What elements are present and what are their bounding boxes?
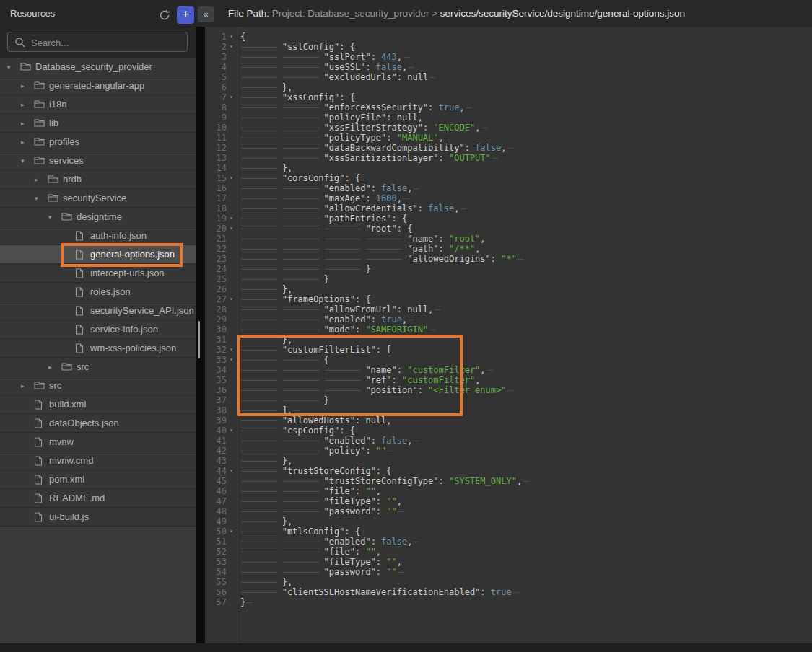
code-line[interactable]: 8"enforceXssSecurity": true, (205, 102, 531, 113)
fold-arrow-icon[interactable]: ▾ (227, 42, 236, 52)
code-line[interactable]: 32▾"customFilterList": [ (205, 345, 531, 355)
code-line[interactable]: 5"excludedUrls": null (205, 72, 531, 82)
code-line[interactable]: 39"allowedHosts": null, (205, 415, 531, 426)
fold-arrow-icon[interactable]: ▾ (227, 426, 236, 436)
fold-arrow-icon[interactable]: ▾ (227, 173, 236, 183)
code-line[interactable]: 4"useSSL": false, (205, 62, 531, 72)
chevron-down-icon[interactable]: ▾ (21, 157, 34, 164)
code-line[interactable]: 26}, (205, 284, 531, 294)
fold-arrow-icon[interactable]: ▾ (227, 92, 236, 102)
chevron-down-icon[interactable]: ▾ (7, 63, 20, 71)
fold-arrow-icon[interactable]: ▾ (227, 294, 236, 304)
tree-item-i18n[interactable]: ▸i18n (0, 95, 196, 114)
code-line[interactable]: 17"maxAge": 1600, (205, 193, 531, 203)
refresh-button[interactable] (157, 8, 172, 22)
code-line[interactable]: 14}, (205, 163, 531, 173)
chevron-right-icon[interactable]: ▸ (21, 138, 34, 146)
tree-item-auth-info-json[interactable]: auth-info.json (0, 226, 196, 245)
tree-item-service-info-json[interactable]: service-info.json (0, 320, 196, 339)
code-line[interactable]: 50▾"mtlsConfig": { (205, 527, 531, 537)
fold-arrow-icon[interactable]: ▾ (227, 345, 236, 355)
tree-item-mvnw-cmd[interactable]: mvnw.cmd (0, 451, 196, 470)
tree-item-build-xml[interactable]: build.xml (0, 395, 196, 414)
code-editor[interactable]: 1▾{2▾"sslConfig": {3"sslPort": 443,4"use… (205, 27, 812, 643)
chevron-right-icon[interactable]: ▸ (35, 176, 48, 183)
tree-item-generated-angular-app[interactable]: ▸generated-angular-app (0, 76, 196, 95)
code-line[interactable]: 45"trustStoreConfigType": "SYSTEM_ONLY", (205, 476, 531, 486)
code-line[interactable]: 44▾"trustStoreConfig": { (205, 466, 531, 476)
tree-item-securityservice[interactable]: ▾securityService (0, 189, 196, 208)
tree-item-general-options-json[interactable]: general-options.json (0, 245, 196, 264)
code-line[interactable]: 29"enabled": true, (205, 314, 531, 325)
chevron-down-icon[interactable]: ▾ (48, 213, 61, 221)
chevron-right-icon[interactable]: ▸ (21, 101, 34, 108)
code-line[interactable]: 35"ref": "customFilter", (205, 375, 531, 385)
code-line[interactable]: 31}, (205, 335, 531, 345)
fold-arrow-icon[interactable]: ▾ (227, 527, 236, 537)
code-line[interactable]: 56"clientSSLHostNameVerificationEnabled"… (205, 587, 531, 597)
code-line[interactable]: 51"enabled": false, (205, 537, 531, 547)
tree-item-dataobjects-json[interactable]: dataObjects.json (0, 414, 196, 433)
code-line[interactable]: 23"allowedOrigins": "*" (205, 254, 531, 264)
code-line[interactable]: 21"name": "root", (205, 234, 531, 244)
chevron-right-icon[interactable]: ▸ (21, 82, 34, 89)
code-line[interactable]: 54"password": "" (205, 567, 531, 577)
code-line[interactable]: 9"policyFile": null, (205, 113, 531, 123)
tree-item-lib[interactable]: ▸lib (0, 114, 196, 133)
code-line[interactable]: 13"xssSanitizationLayer": "OUTPUT" (205, 153, 531, 163)
code-line[interactable]: 33▾{ (205, 355, 531, 365)
code-line[interactable]: 15▾"corsConfig": { (205, 173, 531, 183)
tree-item-intercept-urls-json[interactable]: intercept-urls.json (0, 264, 196, 283)
code-line[interactable]: 34"name": "customFilter", (205, 365, 531, 375)
tree-item-src[interactable]: ▸src (0, 376, 196, 395)
code-line[interactable]: 24} (205, 264, 531, 274)
tree-item-securityservice-api-json[interactable]: securityService_API.json (0, 301, 196, 320)
code-line[interactable]: 49}, (205, 516, 531, 527)
tree-item-roles-json[interactable]: roles.json (0, 283, 196, 301)
chevron-right-icon[interactable]: ▸ (21, 382, 34, 389)
code-line[interactable]: 36"position": "<Filter enum>" (205, 385, 531, 395)
collapse-panel-button[interactable]: « (198, 6, 214, 22)
tree-item-designtime[interactable]: ▾designtime (0, 208, 196, 226)
code-line[interactable]: 16"enabled": false, (205, 183, 531, 193)
search-input[interactable] (30, 32, 184, 53)
tree-item-src[interactable]: ▸src (0, 358, 196, 376)
code-line[interactable]: 10"xssFilterStrategy": "ENCODE", (205, 123, 531, 133)
code-line[interactable]: 37} (205, 395, 531, 405)
code-line[interactable]: 1▾{ (205, 32, 531, 42)
tree-item-readme-md[interactable]: README.md (0, 489, 196, 508)
code-line[interactable]: 25} (205, 274, 531, 284)
code-line[interactable]: 27▾"frameOptions": { (205, 294, 531, 304)
tree-item-ui-build-js[interactable]: ui-build.js (0, 508, 196, 527)
code-line[interactable]: 28"allowFromUrl": null, (205, 304, 531, 314)
tree-scrollbar-thumb[interactable] (198, 321, 200, 358)
code-line[interactable]: 42"policy": "" (205, 446, 531, 456)
code-line[interactable]: 53"fileType": "", (205, 557, 531, 567)
code-line[interactable]: 55}, (205, 577, 531, 587)
tree-item-pom-xml[interactable]: pom.xml (0, 470, 196, 489)
tree-item-services[interactable]: ▾services (0, 151, 196, 170)
code-line[interactable]: 6}, (205, 82, 531, 92)
code-line[interactable]: 48"password": "" (205, 506, 531, 516)
tree-item-mvnw[interactable]: mvnw (0, 433, 196, 451)
fold-arrow-icon[interactable]: ▾ (227, 224, 236, 234)
code-line[interactable]: 18"allowCredentials": false, (205, 203, 531, 213)
fold-arrow-icon[interactable]: ▾ (227, 32, 236, 42)
tree-item-database-security-provider[interactable]: ▾Database_security_provider (0, 58, 196, 76)
code-line[interactable]: 2▾"sslConfig": { (205, 42, 531, 52)
code-line[interactable]: 30"mode": "SAMEORIGIN" (205, 325, 531, 335)
tree-item-wm-xss-policies-json[interactable]: wm-xss-policies.json (0, 339, 196, 358)
code-line[interactable]: 12"dataBackwardCompatibility": false, (205, 143, 531, 153)
chevron-right-icon[interactable]: ▸ (21, 120, 34, 127)
code-line[interactable]: 7▾"xssConfig": { (205, 92, 531, 102)
code-line[interactable]: 52"file": "", (205, 547, 531, 557)
fold-arrow-icon[interactable]: ▾ (227, 213, 236, 224)
tree-item-profiles[interactable]: ▸profiles (0, 133, 196, 151)
code-line[interactable]: 3"sslPort": 443, (205, 52, 531, 62)
code-line[interactable]: 43}, (205, 456, 531, 466)
code-line[interactable]: 20▾"root": { (205, 224, 531, 234)
code-line[interactable]: 22"path": "/**", (205, 244, 531, 254)
code-line[interactable]: 19▾"pathEntries": { (205, 213, 531, 224)
code-line[interactable]: 57} (205, 597, 531, 607)
add-button[interactable]: + (177, 6, 194, 24)
